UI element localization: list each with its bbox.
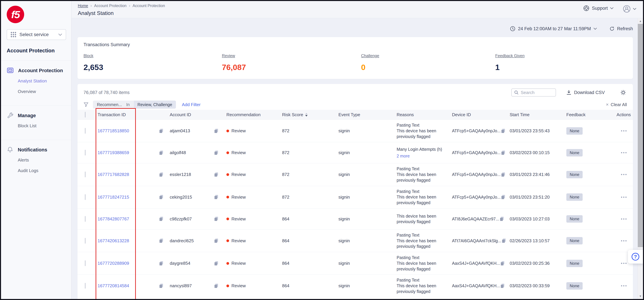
table-settings-button[interactable]: [620, 90, 626, 96]
transaction-id-link[interactable]: 1677720814584: [98, 283, 129, 288]
account-menu[interactable]: [623, 5, 636, 13]
scroll-up-arrow-icon[interactable]: ▲: [639, 18, 642, 24]
row-checkbox[interactable]: [85, 172, 86, 177]
copy-icon[interactable]: [159, 172, 164, 177]
row-actions-menu-icon[interactable]: [621, 240, 626, 241]
scroll-down-arrow-icon[interactable]: ▼: [639, 293, 642, 299]
copy-icon[interactable]: [159, 150, 164, 155]
recommendation-value: Review: [232, 172, 246, 177]
breadcrumb-home-link[interactable]: Home: [78, 4, 88, 8]
copy-icon[interactable]: [501, 238, 506, 243]
sidebar-item-analyst-station[interactable]: Analyst Station: [18, 78, 71, 84]
sidebar-item-alerts[interactable]: Alerts: [18, 157, 71, 163]
row-actions-menu-icon[interactable]: [621, 152, 626, 153]
copy-icon[interactable]: [214, 194, 219, 200]
copy-icon[interactable]: [214, 283, 219, 288]
table-row: 1677719388659 ailgolf48 Review 872 signi…: [78, 142, 633, 163]
download-csv-button[interactable]: Download CSV: [566, 90, 605, 95]
support-menu[interactable]: Support: [583, 5, 614, 12]
row-actions-menu-icon[interactable]: [621, 130, 626, 131]
copy-icon[interactable]: [214, 172, 219, 177]
feedback-badge: None: [566, 237, 582, 244]
row-checkbox[interactable]: [85, 150, 86, 155]
table-header-row: Transaction ID Account ID Recommendation…: [78, 110, 633, 120]
row-checkbox[interactable]: [85, 238, 86, 244]
copy-icon[interactable]: [159, 238, 164, 243]
transaction-id-link[interactable]: 1677842807767: [98, 216, 129, 222]
copy-icon[interactable]: [159, 283, 164, 288]
summary-metric-review: Review 76,087: [222, 53, 361, 72]
clock-icon: [510, 26, 515, 31]
column-header-reasons[interactable]: Reasons: [394, 112, 450, 117]
copy-icon[interactable]: [214, 261, 219, 266]
event-type-value: signin: [338, 195, 350, 200]
row-checkbox[interactable]: [85, 194, 86, 200]
row-actions-menu-icon[interactable]: [621, 197, 626, 198]
row-actions-menu-icon[interactable]: [621, 285, 626, 286]
clear-all-button[interactable]: × Clear All: [606, 102, 627, 107]
column-header-risk-score[interactable]: Risk Score: [282, 112, 336, 117]
transaction-id-link[interactable]: 1677719388659: [98, 150, 129, 155]
transaction-id-link[interactable]: 1677720288909: [98, 261, 129, 266]
reasons-more-link[interactable]: 2 more: [397, 153, 446, 159]
metric-challenge-value: 0: [361, 63, 495, 72]
copy-icon[interactable]: [500, 283, 505, 288]
row-actions-menu-icon[interactable]: [621, 218, 626, 220]
help-fab-button[interactable]: ?: [628, 250, 643, 263]
column-header-device-id[interactable]: Device ID: [450, 112, 508, 117]
column-header-account-id[interactable]: Account ID: [168, 112, 221, 117]
summary-metric-feedback-given: Feedback Given 1: [495, 53, 524, 72]
sidebar-item-audit-logs[interactable]: Audit Logs: [18, 168, 71, 173]
metric-feedback-link[interactable]: Feedback Given: [495, 53, 524, 58]
row-actions-menu-icon[interactable]: [621, 263, 626, 264]
transaction-id-link[interactable]: 1677420613228: [98, 238, 129, 243]
copy-icon[interactable]: [159, 128, 164, 134]
copy-icon[interactable]: [500, 194, 506, 200]
feedback-badge: None: [566, 193, 582, 201]
sidebar-item-block-list[interactable]: Block List: [18, 123, 71, 128]
search-input[interactable]: [521, 90, 551, 95]
row-checkbox[interactable]: [85, 216, 86, 222]
copy-icon[interactable]: [159, 261, 164, 266]
copy-icon[interactable]: [159, 216, 164, 222]
metric-challenge-link[interactable]: Challenge: [361, 53, 379, 58]
row-checkbox[interactable]: [85, 283, 86, 288]
column-header-recommendation[interactable]: Recommendation: [221, 112, 280, 117]
filter-chip[interactable]: Recommen... In Review, Challenge: [93, 101, 176, 109]
row-checkbox[interactable]: [85, 260, 86, 266]
metric-review-link[interactable]: Review: [222, 53, 235, 58]
service-selector-dropdown[interactable]: Select service: [7, 29, 66, 40]
transaction-id-link[interactable]: 1677718247215: [98, 195, 129, 200]
column-header-transaction-id[interactable]: Transaction ID: [96, 112, 168, 117]
select-all-checkbox[interactable]: [85, 112, 86, 118]
copy-icon[interactable]: [500, 172, 506, 177]
copy-icon[interactable]: [500, 261, 505, 266]
copy-icon[interactable]: [214, 128, 219, 134]
copy-icon[interactable]: [214, 216, 219, 222]
copy-icon[interactable]: [159, 194, 164, 200]
f5-logo-icon[interactable]: f5: [7, 6, 24, 23]
sidebar-item-overview[interactable]: Overview: [18, 89, 71, 94]
refresh-button[interactable]: Refresh: [609, 26, 633, 31]
metric-block-link[interactable]: Block: [84, 53, 94, 58]
copy-icon[interactable]: [214, 238, 219, 243]
copy-icon[interactable]: [499, 216, 504, 222]
copy-icon[interactable]: [500, 150, 506, 155]
row-actions-menu-icon[interactable]: [621, 174, 626, 175]
copy-icon[interactable]: [214, 150, 219, 155]
column-header-event-type[interactable]: Event Type: [336, 112, 394, 117]
transaction-id-link[interactable]: 1677718518850: [98, 128, 129, 133]
download-icon: [566, 90, 572, 95]
add-filter-button[interactable]: Add Filter: [182, 102, 200, 107]
transaction-id-link[interactable]: 1677717682828: [98, 172, 129, 177]
filter-funnel-icon[interactable]: [84, 102, 88, 107]
column-header-start-time[interactable]: Start Time: [508, 112, 564, 117]
row-checkbox[interactable]: [85, 128, 86, 134]
search-box[interactable]: [511, 89, 556, 97]
scrollbar-thumb[interactable]: [638, 24, 643, 247]
column-header-feedback[interactable]: Feedback: [564, 112, 612, 117]
event-type-value: signin: [338, 216, 350, 221]
chevron-down-icon[interactable]: [594, 28, 597, 30]
date-range-value[interactable]: 24 Feb 12:00AM to 27 Mar 11:59PM: [518, 26, 591, 31]
copy-icon[interactable]: [500, 128, 506, 134]
